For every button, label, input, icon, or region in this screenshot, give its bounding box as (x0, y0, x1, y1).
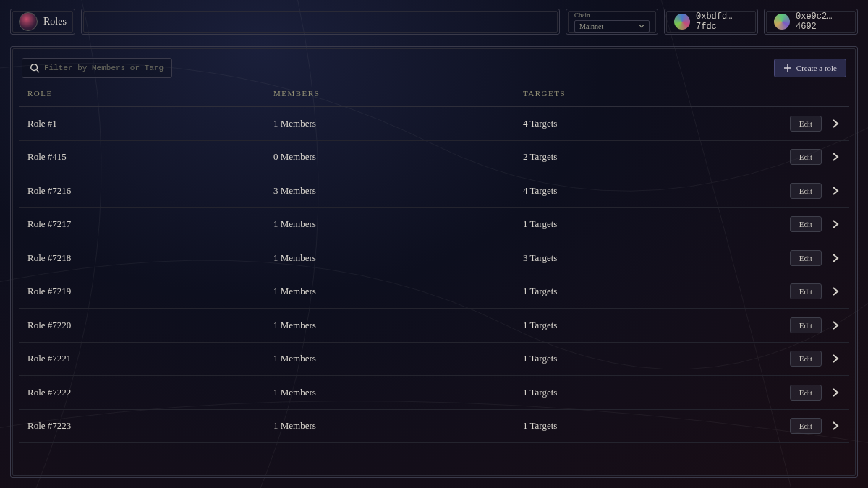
roles-table: ROLE MEMBERS TARGETS Role #1 1 Members 4… (19, 87, 849, 466)
cell-role: Role #7218 (27, 252, 273, 264)
table-row[interactable]: Role #7219 1 Members 1 Targets Edit (19, 275, 849, 309)
main-panel: Create a role ROLE MEMBERS TARGETS Role … (10, 46, 858, 478)
cell-role: Role #7219 (27, 286, 273, 297)
cell-members: 1 Members (273, 387, 523, 398)
cell-actions: Edit (754, 283, 841, 299)
cell-actions: Edit (754, 317, 841, 333)
edit-button[interactable]: Edit (790, 250, 822, 266)
svg-point-0 (31, 64, 38, 71)
chain-dropdown[interactable]: Mainnet (574, 20, 650, 33)
cell-targets: 4 Targets (523, 118, 754, 129)
edit-button[interactable]: Edit (790, 351, 822, 367)
cell-targets: 1 Targets (523, 286, 754, 297)
chain-label: Chain (574, 12, 650, 19)
table-row[interactable]: Role #415 0 Members 2 Targets Edit (19, 141, 849, 175)
plus-icon (783, 64, 792, 72)
table-row[interactable]: Role #7216 3 Members 4 Targets Edit (19, 174, 849, 208)
chain-selector[interactable]: Chain Mainnet (566, 9, 658, 35)
search-icon (30, 63, 40, 73)
cell-role: Role #7223 (27, 420, 273, 432)
cell-members: 1 Members (273, 118, 523, 129)
cell-role: Role #415 (27, 151, 273, 163)
cell-members: 1 Members (273, 218, 523, 230)
address-box-2[interactable]: 0xe9c2…4692 (764, 9, 858, 35)
identicon-icon (674, 14, 690, 30)
chevron-right-icon[interactable] (830, 354, 841, 364)
chain-selected-value: Mainnet (579, 22, 603, 30)
cell-targets: 3 Targets (523, 252, 754, 264)
table-row[interactable]: Role #7223 1 Members 1 Targets Edit (19, 410, 849, 444)
table-row[interactable]: Role #7222 1 Members 1 Targets Edit (19, 376, 849, 410)
table-row[interactable]: Role #7217 1 Members 1 Targets Edit (19, 208, 849, 242)
address-short: 0xe9c2…4692 (796, 12, 848, 32)
cell-targets: 1 Targets (523, 420, 754, 432)
cell-members: 1 Members (273, 252, 523, 264)
cell-actions: Edit (754, 149, 841, 165)
cell-actions: Edit (754, 385, 841, 401)
cell-targets: 1 Targets (523, 353, 754, 364)
cell-actions: Edit (754, 250, 841, 266)
chevron-right-icon[interactable] (830, 286, 841, 296)
chevron-right-icon[interactable] (830, 152, 841, 162)
cell-targets: 1 Targets (523, 387, 754, 398)
chevron-right-icon[interactable] (830, 219, 841, 229)
cell-role: Role #7217 (27, 218, 273, 230)
table-header: ROLE MEMBERS TARGETS (19, 87, 849, 107)
cell-members: 3 Members (273, 185, 523, 197)
table-row[interactable]: Role #7221 1 Members 1 Targets Edit (19, 343, 849, 377)
address-box-1[interactable]: 0xbdfd…7fdc (664, 9, 758, 35)
cell-role: Role #7221 (27, 353, 273, 364)
filter-input[interactable] (44, 64, 164, 72)
col-header-role: ROLE (27, 89, 273, 98)
chevron-right-icon[interactable] (830, 119, 841, 129)
cell-members: 0 Members (273, 151, 523, 163)
toolbar: Create a role (19, 58, 849, 87)
edit-button[interactable]: Edit (790, 317, 822, 333)
create-role-label: Create a role (796, 64, 837, 72)
app-logo-icon (19, 12, 38, 31)
chevron-right-icon[interactable] (830, 186, 841, 196)
address-short: 0xbdfd…7fdc (696, 12, 748, 32)
table-row[interactable]: Role #7220 1 Members 1 Targets Edit (19, 309, 849, 343)
topbar: Roles Chain Mainnet 0xbdfd…7fdc 0xe9c2…4… (0, 0, 868, 43)
cell-role: Role #7216 (27, 185, 273, 197)
edit-button[interactable]: Edit (790, 183, 822, 199)
cell-actions: Edit (754, 351, 841, 367)
cell-members: 1 Members (273, 420, 523, 432)
edit-button[interactable]: Edit (790, 116, 822, 132)
col-header-members: MEMBERS (273, 89, 523, 98)
chevron-right-icon[interactable] (830, 388, 841, 398)
cell-actions: Edit (754, 116, 841, 132)
cell-role: Role #7220 (27, 320, 273, 331)
app-badge[interactable]: Roles (10, 9, 75, 35)
filter-box[interactable] (22, 58, 172, 78)
cell-targets: 1 Targets (523, 218, 754, 230)
cell-actions: Edit (754, 183, 841, 199)
svg-line-1 (37, 70, 40, 73)
edit-button[interactable]: Edit (790, 216, 822, 232)
edit-button[interactable]: Edit (790, 418, 822, 434)
chevron-right-icon[interactable] (830, 320, 841, 330)
cell-actions: Edit (754, 216, 841, 232)
cell-members: 1 Members (273, 320, 523, 331)
cell-members: 1 Members (273, 286, 523, 297)
table-row[interactable]: Role #7218 1 Members 3 Targets Edit (19, 241, 849, 275)
cell-members: 1 Members (273, 353, 523, 364)
cell-role: Role #1 (27, 118, 273, 129)
cell-targets: 2 Targets (523, 151, 754, 163)
cell-actions: Edit (754, 418, 841, 434)
chevron-right-icon[interactable] (830, 253, 841, 263)
edit-button[interactable]: Edit (790, 283, 822, 299)
chevron-right-icon[interactable] (830, 421, 841, 431)
create-role-button[interactable]: Create a role (774, 59, 846, 77)
edit-button[interactable]: Edit (790, 385, 822, 401)
cell-targets: 4 Targets (523, 185, 754, 197)
chevron-down-icon (639, 23, 644, 29)
app-title: Roles (43, 16, 67, 27)
identicon-icon (774, 14, 790, 30)
top-search-panel[interactable] (81, 9, 560, 35)
edit-button[interactable]: Edit (790, 149, 822, 165)
cell-targets: 1 Targets (523, 320, 754, 331)
col-header-targets: TARGETS (523, 89, 754, 98)
table-row[interactable]: Role #1 1 Members 4 Targets Edit (19, 107, 849, 141)
